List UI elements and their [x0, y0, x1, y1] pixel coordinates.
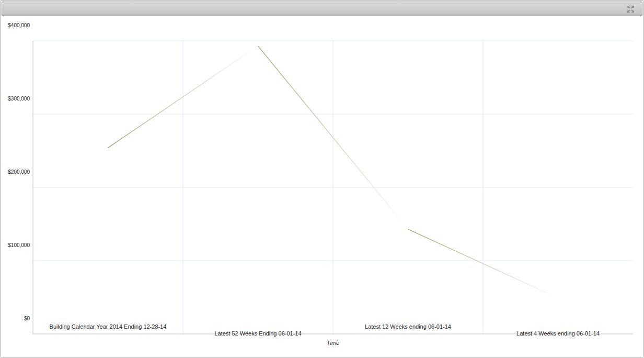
x-axis-title: Time [327, 340, 339, 346]
x-category-label: Latest 4 Weeks ending 06-01-14 [516, 330, 600, 337]
y-tick-label: $300,000 [2, 96, 30, 102]
x-category-label: Latest 12 Weeks ending 06-01-14 [365, 323, 451, 330]
chart-window: $0$100,000$200,000$300,000$400,000 Build… [0, 0, 644, 358]
x-category-label: Building Calendar Year 2014 Ending 12-28… [50, 323, 167, 330]
y-tick-label: $400,000 [2, 23, 30, 28]
gridlines [33, 41, 633, 334]
y-tick-label: $200,000 [2, 169, 30, 175]
expand-icon[interactable] [627, 5, 635, 13]
x-category-label: Latest 52 Weeks Ending 06-01-14 [214, 330, 301, 337]
y-tick-label: $0 [2, 316, 30, 321]
line-chart [1, 16, 644, 358]
titlebar [2, 2, 642, 16]
chart-area: $0$100,000$200,000$300,000$400,000 Build… [1, 16, 643, 357]
y-tick-label: $100,000 [2, 242, 30, 248]
